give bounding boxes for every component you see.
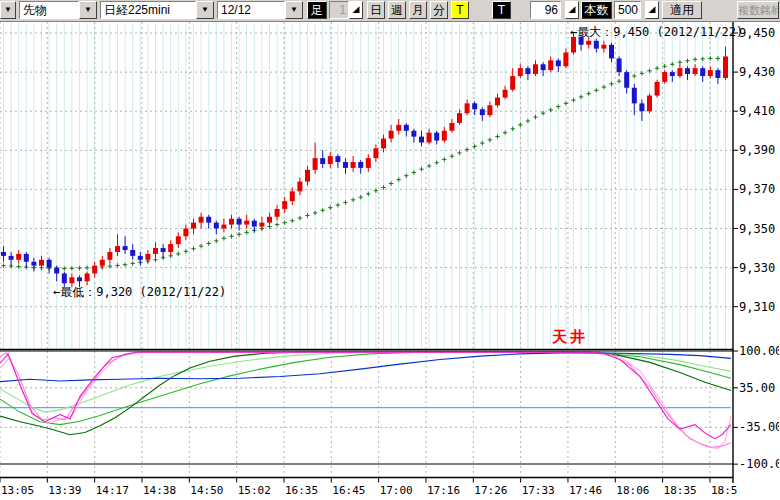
candle-down <box>77 277 82 281</box>
ceiling-annotation: 天井 <box>552 328 588 347</box>
candle-up <box>647 96 652 112</box>
candle-down <box>411 131 416 137</box>
candle-up <box>16 254 21 260</box>
candle-up <box>373 148 378 158</box>
candle-down <box>31 262 36 266</box>
candle-up <box>183 229 188 237</box>
candle-up <box>221 225 226 229</box>
chart-canvas[interactable] <box>0 0 780 500</box>
candle-up <box>442 131 447 141</box>
candle-down <box>624 72 629 88</box>
candle-down <box>161 248 166 252</box>
candle-up <box>693 68 698 74</box>
candle-up <box>92 266 97 274</box>
candle-up <box>305 170 310 182</box>
candle-up <box>601 45 606 49</box>
candle-down <box>138 256 143 260</box>
candle-up <box>100 260 105 266</box>
candle-up <box>563 53 568 67</box>
candle-up <box>465 103 470 113</box>
candle-up <box>533 64 538 74</box>
candle-up <box>495 98 500 106</box>
candle-up <box>145 254 150 260</box>
candle-down <box>472 103 477 109</box>
max-price-annotation: ←最大：9,450 (2012/11/22) <box>570 24 743 41</box>
candle-down <box>335 156 340 162</box>
candle-down <box>320 158 325 164</box>
candle-down <box>214 223 219 229</box>
candle-down <box>525 68 530 74</box>
candle-down <box>700 68 705 76</box>
candle-down <box>639 103 644 111</box>
candle-down <box>62 273 67 283</box>
candle-up <box>191 223 196 229</box>
candle-up <box>381 139 386 149</box>
candle-up <box>396 125 401 131</box>
candle-up <box>267 217 272 223</box>
candle-up <box>457 113 462 123</box>
candle-down <box>206 217 211 223</box>
candle-up <box>85 273 90 281</box>
candle-down <box>685 68 690 74</box>
rci-line-pink <box>0 352 731 447</box>
candle-up <box>655 82 660 96</box>
candle-up <box>708 70 713 76</box>
candle-up <box>115 246 120 252</box>
candle-up <box>586 41 591 45</box>
candle-up <box>677 68 682 76</box>
candle-up <box>107 252 112 260</box>
candle-down <box>123 246 128 250</box>
chart-window: ▼ 先物 ▼ 日経225mini ▼ 12/12 ▼ 足 1 ◢ 日 週 月 分… <box>0 0 780 500</box>
candle-down <box>9 256 14 260</box>
candle-down <box>419 137 424 143</box>
candle-down <box>715 70 720 78</box>
candle-down <box>237 219 242 225</box>
candle-up <box>366 158 371 168</box>
candle-up <box>518 68 523 76</box>
candle-down <box>594 41 599 49</box>
candle-up <box>723 56 728 78</box>
candle-down <box>24 254 29 262</box>
candle-down <box>252 221 257 227</box>
candle-up <box>328 156 333 164</box>
candle-up <box>449 123 454 131</box>
candle-down <box>1 252 6 256</box>
candle-down <box>617 58 622 72</box>
candle-up <box>662 72 667 82</box>
candle-up <box>39 260 44 266</box>
candle-up <box>427 133 432 143</box>
candle-up <box>290 191 295 201</box>
candle-up <box>510 76 515 90</box>
candle-up <box>275 209 280 217</box>
candle-down <box>670 72 675 76</box>
candle-down <box>609 45 614 59</box>
chart-area: 9,4509,4309,4109,3909,3709,3509,3309,310… <box>0 0 780 500</box>
candle-up <box>548 60 553 70</box>
candle-down <box>556 60 561 66</box>
candle-up <box>297 182 302 192</box>
candle-up <box>487 105 492 115</box>
candle-up <box>503 90 508 98</box>
candle-down <box>632 88 637 104</box>
candle-down <box>358 162 363 168</box>
candle-down <box>47 260 52 268</box>
candle-down <box>130 250 135 256</box>
candle-up <box>69 277 74 283</box>
candle-down <box>480 109 485 115</box>
candle-up <box>176 236 181 244</box>
candle-up <box>199 217 204 223</box>
rci-line-pale-pink <box>0 352 731 448</box>
candle-down <box>434 133 439 141</box>
candle-up <box>168 244 173 252</box>
candle-down <box>404 125 409 131</box>
candle-up <box>259 223 264 227</box>
candle-up <box>229 219 234 225</box>
candle-up <box>153 248 158 254</box>
candle-down <box>54 268 59 274</box>
candle-up <box>244 221 249 225</box>
candle-down <box>343 162 348 168</box>
min-price-annotation: ←最低：9,320 (2012/11/22) <box>53 284 226 301</box>
candle-up <box>313 158 318 170</box>
candle-up <box>282 201 287 209</box>
candle-up <box>351 162 356 168</box>
